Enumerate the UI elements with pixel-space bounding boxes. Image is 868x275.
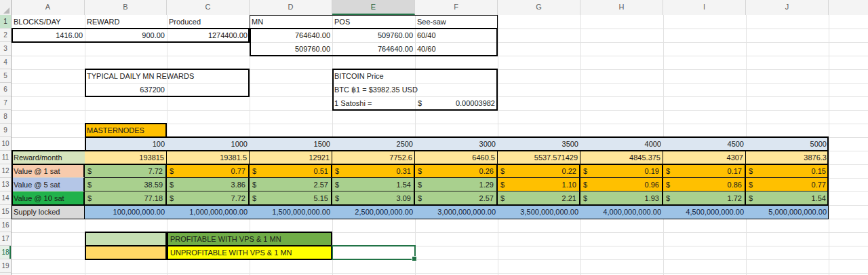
supply-cell[interactable]: 3,000,000,000.00: [415, 205, 498, 219]
money-cell[interactable]: $0.77: [746, 178, 829, 191]
row-header-15[interactable]: 15: [0, 205, 11, 219]
node-count-cell[interactable]: 2500: [332, 137, 415, 151]
cell-a1[interactable]: BLOCKS/DAY: [12, 15, 85, 29]
cell-f7-satoshi-value[interactable]: $ 0.00003982: [415, 96, 498, 110]
cell-c2[interactable]: 1274400.00: [167, 29, 250, 42]
money-cell[interactable]: $38.59: [85, 178, 167, 191]
node-count-cell[interactable]: 5000: [746, 137, 829, 151]
reward-cell[interactable]: 12921: [250, 151, 332, 164]
fill-handle[interactable]: [412, 256, 417, 261]
cell-a2[interactable]: 1416.00: [12, 29, 85, 42]
cell-f2[interactable]: 60/40: [415, 29, 498, 42]
node-count-cell[interactable]: 3500: [498, 137, 580, 151]
column-header-h[interactable]: H: [580, 0, 663, 15]
row-label-value-1sat[interactable]: Value @ 1 sat: [12, 164, 85, 178]
cell-e1[interactable]: POS: [332, 15, 415, 29]
column-header-d[interactable]: D: [250, 0, 332, 15]
row-header-7[interactable]: 7: [0, 96, 11, 110]
money-cell[interactable]: $77.18: [85, 191, 167, 205]
money-cell[interactable]: $0.15: [746, 164, 829, 178]
row-header-8[interactable]: 8: [0, 110, 11, 124]
row-header-18[interactable]: 18: [0, 246, 11, 259]
row-header-10[interactable]: 10: [0, 137, 11, 151]
row-label-reward-month[interactable]: Reward/month: [12, 151, 85, 164]
node-count-cell[interactable]: 1500: [250, 137, 332, 151]
row-header-6[interactable]: 6: [0, 83, 11, 96]
legend-unprofitable-label[interactable]: UNPROFITABLE WITH VPS & 1 MN: [167, 245, 332, 260]
supply-cell[interactable]: 5,000,000,000.00: [746, 205, 829, 219]
money-cell[interactable]: $5.15: [250, 191, 332, 205]
money-cell[interactable]: $0.26: [415, 164, 498, 178]
cell-f3[interactable]: 40/60: [415, 42, 498, 56]
money-cell[interactable]: $3.86: [167, 178, 250, 191]
money-cell[interactable]: $1.72: [663, 191, 746, 205]
row-header-3[interactable]: 3: [0, 42, 11, 56]
row-label-value-5sat[interactable]: Value @ 5 sat: [12, 178, 85, 191]
row-header-12[interactable]: 12: [0, 164, 11, 178]
node-count-cell[interactable]: 4500: [663, 137, 746, 151]
reward-cell[interactable]: 7752.6: [332, 151, 415, 164]
row-label-supply-locked[interactable]: Supply locked: [12, 205, 85, 219]
cell-c1[interactable]: Produced: [167, 15, 250, 29]
supply-cell[interactable]: 3,500,000,000.00: [498, 205, 580, 219]
column-header-g[interactable]: G: [498, 0, 580, 15]
money-cell[interactable]: $0.31: [332, 164, 415, 178]
supply-cell[interactable]: 4,000,000,000.00: [580, 205, 663, 219]
supply-cell[interactable]: 100,000,000.00: [85, 205, 167, 219]
cell-b9-masternodes-title[interactable]: MASTERNODES: [85, 124, 167, 137]
row-header-1[interactable]: 1: [0, 15, 11, 29]
money-cell[interactable]: $1.29: [415, 178, 498, 191]
reward-cell[interactable]: 19381.5: [167, 151, 250, 164]
money-cell[interactable]: $2.21: [498, 191, 580, 205]
row-header-4[interactable]: 4: [0, 56, 11, 69]
row-header-9[interactable]: 9: [0, 124, 11, 137]
column-header-a[interactable]: A: [12, 0, 85, 15]
column-header-j[interactable]: J: [746, 0, 829, 15]
money-cell[interactable]: $1.10: [498, 178, 580, 191]
cell-b6-mn-rewards-value[interactable]: 637200: [85, 83, 167, 96]
cell-b1[interactable]: REWARD: [85, 15, 167, 29]
legend-unprofitable-swatch[interactable]: [85, 245, 167, 260]
cell-e5-bitcoin-title[interactable]: BITCOIN Price: [332, 69, 498, 83]
money-cell[interactable]: $7.72: [167, 191, 250, 205]
row-header-11[interactable]: 11: [0, 151, 11, 164]
legend-profitable-label[interactable]: PROFITABLE WITH VPS & 1 MN: [167, 232, 332, 246]
row-header-19[interactable]: 19: [0, 259, 11, 273]
reward-cell[interactable]: 6460.5: [415, 151, 498, 164]
node-count-cell[interactable]: 1000: [167, 137, 250, 151]
row-header-14[interactable]: 14: [0, 191, 11, 205]
row-header-17[interactable]: 17: [0, 232, 11, 246]
node-count-cell[interactable]: 3000: [415, 137, 498, 151]
row-header-13[interactable]: 13: [0, 178, 11, 191]
money-cell[interactable]: $1.54: [332, 178, 415, 191]
reward-cell[interactable]: 193815: [85, 151, 167, 164]
money-cell[interactable]: $0.77: [167, 164, 250, 178]
cell-e7-satoshi-label[interactable]: 1 Satoshi =: [332, 96, 415, 110]
cell-d2[interactable]: 764640.00: [250, 29, 332, 42]
cell-d1[interactable]: MN: [250, 15, 332, 29]
supply-cell[interactable]: 1,500,000,000.00: [250, 205, 332, 219]
row-header-2[interactable]: 2: [0, 29, 11, 42]
money-cell[interactable]: $0.19: [580, 164, 663, 178]
column-header-i[interactable]: I: [663, 0, 746, 15]
supply-cell[interactable]: 1,000,000,000.00: [167, 205, 250, 219]
supply-cell[interactable]: 2,500,000,000.00: [332, 205, 415, 219]
reward-cell[interactable]: 3876.3: [746, 151, 829, 164]
money-cell[interactable]: $1.54: [746, 191, 829, 205]
node-count-cell[interactable]: 4000: [580, 137, 663, 151]
money-cell[interactable]: $0.17: [663, 164, 746, 178]
money-cell[interactable]: $1.93: [580, 191, 663, 205]
reward-cell[interactable]: 4845.375: [580, 151, 663, 164]
money-cell[interactable]: $2.57: [415, 191, 498, 205]
row-header-16[interactable]: 16: [0, 219, 11, 232]
cell-e6-btc-rate[interactable]: BTC ฿1 = $3982.35 USD: [332, 83, 498, 96]
column-header-f[interactable]: F: [415, 0, 498, 15]
cell-b2[interactable]: 900.00: [85, 29, 167, 42]
reward-cell[interactable]: 5537.571429: [498, 151, 580, 164]
reward-cell[interactable]: 4307: [663, 151, 746, 164]
cell-e2[interactable]: 509760.00: [332, 29, 415, 42]
select-all-corner[interactable]: [0, 0, 12, 15]
legend-profitable-swatch[interactable]: [85, 232, 167, 246]
money-cell[interactable]: $0.51: [250, 164, 332, 178]
cell-f1[interactable]: See-saw: [415, 15, 498, 29]
